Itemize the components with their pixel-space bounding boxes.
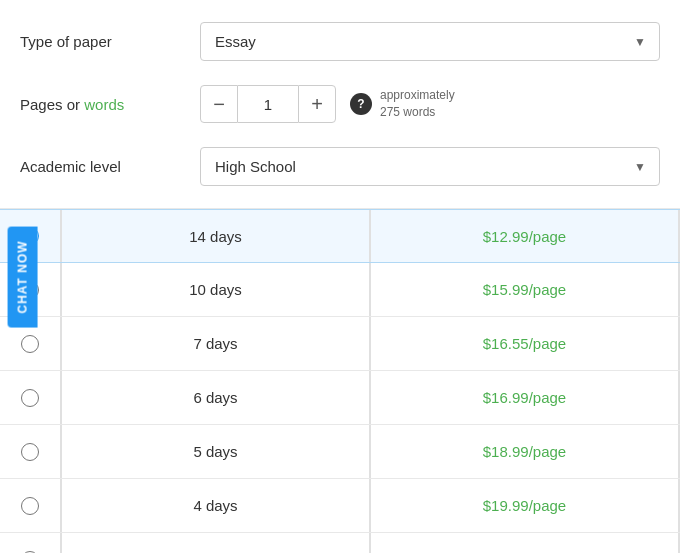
words-info: ? approximately 275 words xyxy=(350,87,455,121)
pages-plus-button[interactable]: + xyxy=(298,85,336,123)
deadline-days: 6 days xyxy=(62,375,369,420)
deadline-days: 10 days xyxy=(62,267,369,312)
deadline-days: 5 days xyxy=(62,429,369,474)
academic-level-select-wrapper: High School College University Master's … xyxy=(200,147,660,186)
deadline-radio[interactable] xyxy=(21,335,39,353)
pages-label: Pages or words xyxy=(20,96,200,113)
deadline-price: $12.99/page xyxy=(371,214,678,259)
academic-level-row: Academic level High School College Unive… xyxy=(20,135,660,198)
deadline-price: $19.99/page xyxy=(371,483,678,528)
deadline-radio[interactable] xyxy=(21,497,39,515)
paper-type-select[interactable]: Essay Research Paper Term Paper Thesis D… xyxy=(200,22,660,61)
deadline-row[interactable]: 3 days $20.99/page xyxy=(0,533,680,553)
deadline-days: 14 days xyxy=(62,214,369,259)
deadline-price: $15.99/page xyxy=(371,267,678,312)
deadline-row[interactable]: 4 days $19.99/page xyxy=(0,479,680,533)
academic-level-select[interactable]: High School College University Master's … xyxy=(200,147,660,186)
pages-row: Pages or words − 1 + ? approximately 275… xyxy=(20,73,660,135)
deadline-price: $16.55/page xyxy=(371,321,678,366)
words-link[interactable]: words xyxy=(84,96,124,113)
help-icon[interactable]: ? xyxy=(350,93,372,115)
radio-cell xyxy=(0,429,60,475)
chat-now-button[interactable]: CHAT NOW xyxy=(8,226,38,327)
form-section: Type of paper Essay Research Paper Term … xyxy=(0,0,680,209)
radio-cell xyxy=(0,375,60,421)
paper-type-row: Type of paper Essay Research Paper Term … xyxy=(20,10,660,73)
deadline-row[interactable]: 5 days $18.99/page xyxy=(0,425,680,479)
paper-type-select-wrapper: Essay Research Paper Term Paper Thesis D… xyxy=(200,22,660,61)
pages-minus-button[interactable]: − xyxy=(200,85,238,123)
deadline-row[interactable]: 10 days $15.99/page xyxy=(0,263,680,317)
paper-type-label: Type of paper xyxy=(20,33,200,50)
academic-level-label: Academic level xyxy=(20,158,200,175)
pages-control: − 1 + xyxy=(200,85,336,123)
deadline-section: 14 days $12.99/page 10 days $15.99/page … xyxy=(0,209,680,553)
deadline-days: 3 days xyxy=(62,537,369,553)
deadline-price: $18.99/page xyxy=(371,429,678,474)
deadline-price: $20.99/page xyxy=(371,537,678,553)
deadline-row[interactable]: 14 days $12.99/page xyxy=(0,209,680,263)
radio-cell xyxy=(0,537,60,554)
radio-cell xyxy=(0,483,60,529)
deadline-radio[interactable] xyxy=(21,389,39,407)
deadline-row[interactable]: 6 days $16.99/page xyxy=(0,371,680,425)
pages-value: 1 xyxy=(238,85,298,123)
deadline-days: 4 days xyxy=(62,483,369,528)
deadline-days: 7 days xyxy=(62,321,369,366)
deadline-radio[interactable] xyxy=(21,443,39,461)
deadline-price: $16.99/page xyxy=(371,375,678,420)
words-text: approximately 275 words xyxy=(380,87,455,121)
deadline-row[interactable]: 7 days $16.55/page xyxy=(0,317,680,371)
